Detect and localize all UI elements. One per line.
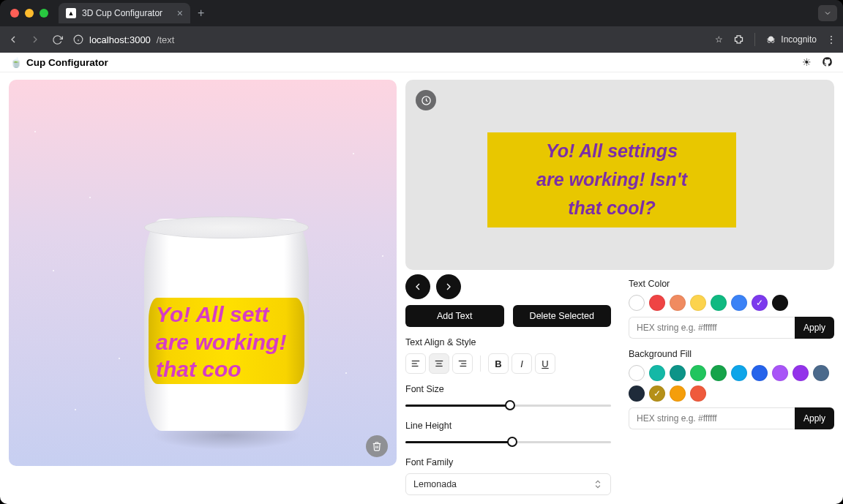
text-color-swatch[interactable] <box>711 295 727 311</box>
extensions-icon[interactable] <box>733 34 744 45</box>
italic-icon[interactable]: I <box>512 353 532 374</box>
text-color-swatches <box>629 295 834 311</box>
next-button[interactable] <box>436 274 461 299</box>
bg-fill-swatch[interactable] <box>629 385 645 402</box>
text-color-swatch[interactable] <box>752 295 768 311</box>
nav-back-icon[interactable] <box>7 34 19 45</box>
text-color-swatch[interactable] <box>670 295 686 311</box>
browser-tab[interactable]: ▲ 3D Cup Configurator × <box>59 3 190 23</box>
window-maximize[interactable] <box>40 9 48 18</box>
align-left-icon[interactable] <box>405 353 426 374</box>
bg-fill-swatch[interactable] <box>629 365 645 381</box>
line-height-label: Line Height <box>405 421 611 431</box>
align-center-icon[interactable] <box>429 353 449 374</box>
address-bar: localhost:3000/text ☆ Incognito ⋮ <box>0 26 843 53</box>
bg-fill-swatch[interactable] <box>649 385 665 402</box>
bg-fill-swatch[interactable] <box>690 385 706 402</box>
chevron-down-icon[interactable] <box>818 5 837 21</box>
text-color-swatch[interactable] <box>649 295 665 311</box>
bg-fill-swatch[interactable] <box>793 365 809 381</box>
app-header: 🍵 Cup Configurator ☀︎ <box>0 53 843 72</box>
prev-button[interactable] <box>405 274 430 299</box>
font-size-label: Font Size <box>405 384 611 394</box>
bg-fill-swatch[interactable] <box>752 365 768 381</box>
incognito-badge: Incognito <box>765 34 817 45</box>
bg-fill-swatch[interactable] <box>813 365 829 381</box>
divider <box>754 33 755 46</box>
window-close[interactable] <box>10 9 19 18</box>
line-height-slider[interactable] <box>405 437 611 447</box>
bookmark-star-icon[interactable]: ☆ <box>715 34 723 45</box>
font-size-slider[interactable] <box>405 400 611 410</box>
bold-icon[interactable]: B <box>488 353 509 374</box>
tab-favicon: ▲ <box>66 8 76 18</box>
text-color-swatch[interactable] <box>629 295 645 311</box>
github-icon[interactable] <box>822 56 833 68</box>
font-family-select[interactable]: Lemonada <box>405 473 611 495</box>
history-icon[interactable] <box>416 90 436 110</box>
font-family-label: Font Family <box>405 457 611 467</box>
add-text-button[interactable]: Add Text <box>405 305 504 327</box>
cup-icon: 🍵 <box>10 57 22 68</box>
underline-icon[interactable]: U <box>535 353 555 374</box>
text-color-swatch[interactable] <box>772 295 788 311</box>
bg-fill-swatch[interactable] <box>711 365 727 381</box>
url-path: /text <box>157 34 175 45</box>
bg-fill-swatch[interactable] <box>649 365 665 381</box>
cup-3d-preview[interactable]: Yo! All sett are working! that coo <box>9 80 397 466</box>
bg-fill-swatch[interactable] <box>670 365 686 381</box>
text-color-swatch[interactable] <box>690 295 706 311</box>
text-color-hex-input[interactable] <box>629 317 795 339</box>
url-port: 3000 <box>130 34 151 45</box>
mug-label-text: Yo! All sett are working! that coo <box>156 301 304 383</box>
url-field[interactable]: localhost:3000/text <box>73 34 174 45</box>
info-icon <box>73 34 83 45</box>
trash-icon[interactable] <box>366 435 388 457</box>
tab-title: 3D Cup Configurator <box>82 8 162 18</box>
text-canvas[interactable]: Yo! All settings are working! Isn't that… <box>405 80 834 270</box>
window-controls <box>10 9 48 18</box>
align-right-icon[interactable] <box>452 353 473 374</box>
tab-strip: ▲ 3D Cup Configurator × + <box>0 0 843 26</box>
url-host: localhost: <box>89 34 130 45</box>
text-element[interactable]: Yo! All settings are working! Isn't that… <box>487 132 736 227</box>
align-style-label: Text Align & Style <box>405 337 611 347</box>
bg-fill-hex-input[interactable] <box>629 407 795 429</box>
chevrons-icon <box>593 479 603 489</box>
kebab-menu-icon[interactable]: ⋮ <box>827 34 836 45</box>
text-color-swatch[interactable] <box>731 295 747 311</box>
bg-fill-swatch[interactable] <box>690 365 706 381</box>
theme-toggle-icon[interactable]: ☀︎ <box>802 56 812 68</box>
bg-fill-apply-button[interactable]: Apply <box>795 407 834 429</box>
nav-reload-icon[interactable] <box>51 34 63 45</box>
text-element-content: Yo! All settings are working! Isn't that… <box>496 137 727 222</box>
bg-fill-swatch[interactable] <box>731 365 747 381</box>
bg-fill-swatches <box>629 365 834 402</box>
window-minimize[interactable] <box>25 9 34 18</box>
delete-selected-button[interactable]: Delete Selected <box>513 305 612 327</box>
tab-close-icon[interactable]: × <box>177 8 183 18</box>
text-color-label: Text Color <box>629 279 834 289</box>
new-tab-button[interactable]: + <box>198 7 204 20</box>
mug-label: Yo! All sett are working! that coo <box>149 298 304 384</box>
nav-forward-icon[interactable] <box>29 34 41 45</box>
font-family-value: Lemonada <box>413 479 457 489</box>
text-color-apply-button[interactable]: Apply <box>795 317 834 339</box>
bg-fill-swatch[interactable] <box>772 365 788 381</box>
bg-fill-swatch[interactable] <box>670 385 686 402</box>
bg-fill-label: Background Fill <box>629 349 834 359</box>
mug-model: Yo! All sett are working! that coo <box>144 219 309 440</box>
app-title: Cup Configurator <box>26 57 108 68</box>
